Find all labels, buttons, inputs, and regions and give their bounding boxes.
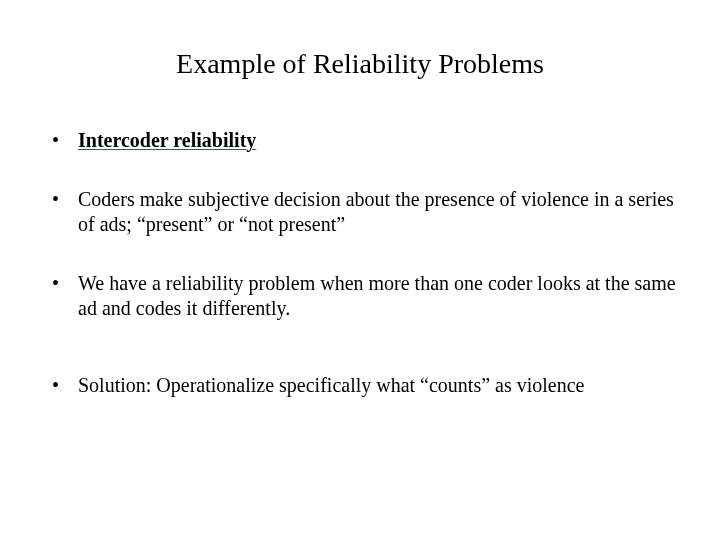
list-item: Coders make subjective decision about th… [52,187,684,237]
list-item: We have a reliability problem when more … [52,271,684,321]
bullet-text: Coders make subjective decision about th… [78,188,674,235]
bullet-list: Intercoder reliability Coders make subje… [36,128,684,398]
bullet-text: Solution: Operationalize specifically wh… [78,374,585,396]
list-item: Solution: Operationalize specifically wh… [52,373,684,398]
bullet-text: We have a reliability problem when more … [78,272,676,319]
list-item: Intercoder reliability [52,128,684,153]
slide-title: Example of Reliability Problems [36,48,684,80]
bullet-text-link: Intercoder reliability [78,129,256,151]
